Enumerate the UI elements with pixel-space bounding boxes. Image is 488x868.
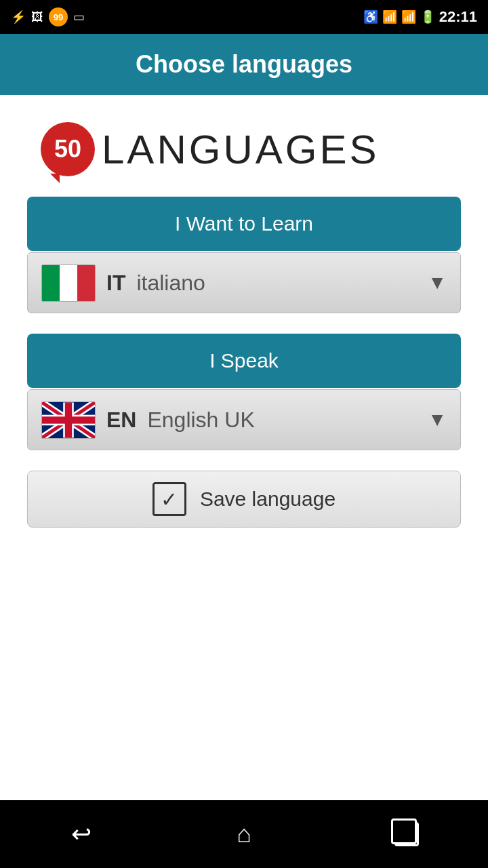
svg-rect-8 (42, 416, 95, 423)
uk-flag (41, 401, 96, 439)
learn-lang-name: italiano (136, 271, 205, 296)
cast-icon: ▭ (73, 9, 85, 24)
back-icon (71, 820, 92, 848)
usb-icon: ⚡ (11, 9, 26, 24)
speak-dropdown-arrow: ▼ (428, 409, 447, 431)
learn-dropdown-arrow: ▼ (428, 272, 447, 294)
status-bar: ⚡ 🖼 99 ▭ ♿ 📶 📶 🔋 22:11 (0, 0, 488, 34)
recents-button[interactable] (380, 807, 434, 861)
battery-icon: 🔋 (420, 9, 435, 24)
status-icons-right: ♿ 📶 📶 🔋 22:11 (363, 8, 477, 26)
learn-language-dropdown[interactable]: IT italiano ▼ (27, 252, 461, 313)
learn-button[interactable]: I Want to Learn (27, 197, 461, 251)
main-content: 50 LANGUAGES I Want to Learn IT italiano… (0, 95, 488, 800)
recents-icon (394, 822, 419, 846)
speak-language-dropdown[interactable]: EN English UK ▼ (27, 389, 461, 450)
wifi-icon: 📶 (382, 9, 397, 24)
speak-section: I Speak (27, 334, 461, 450)
italian-flag (41, 264, 96, 302)
status-icons-left: ⚡ 🖼 99 ▭ (11, 7, 85, 26)
home-icon (237, 820, 251, 848)
top-bar: Choose languages (0, 34, 488, 95)
learn-lang-code: IT (106, 271, 125, 296)
app-logo: 50 LANGUAGES (41, 122, 379, 176)
time-display: 22:11 (439, 8, 477, 26)
speak-lang-code: EN (106, 408, 136, 433)
home-button[interactable] (217, 807, 271, 861)
save-label: Save language (200, 488, 336, 511)
logo-text: LANGUAGES (102, 126, 379, 173)
speak-button[interactable]: I Speak (27, 334, 461, 388)
logo-badge: 50 (41, 122, 95, 176)
save-language-button[interactable]: ✓ Save language (27, 471, 461, 528)
notification-badge: 99 (49, 7, 68, 26)
signal-icon: 📶 (401, 9, 416, 24)
bottom-nav (0, 800, 488, 868)
learn-section: I Want to Learn IT italiano ▼ (27, 197, 461, 313)
back-button[interactable] (54, 807, 108, 861)
hearing-icon: ♿ (363, 9, 378, 24)
page-title: Choose languages (136, 50, 352, 79)
speak-lang-name: English UK (147, 408, 254, 433)
image-icon: 🖼 (31, 10, 43, 24)
save-check-icon: ✓ (152, 482, 186, 516)
